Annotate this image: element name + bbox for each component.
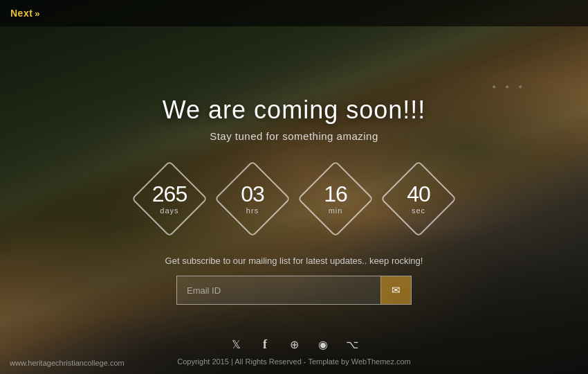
email-form: ✉: [176, 276, 412, 305]
countdown-days: 265 days: [135, 164, 204, 233]
days-label: days: [152, 206, 187, 215]
next-arrow-icon: »: [35, 8, 40, 19]
submit-icon: ✉: [392, 284, 401, 296]
next-button[interactable]: Next »: [10, 8, 40, 19]
headline: We are coming soon!!!: [163, 96, 426, 125]
hrs-label: hrs: [241, 206, 264, 215]
social-flickr[interactable]: ◉: [314, 335, 332, 353]
email-input[interactable]: [177, 278, 380, 303]
min-value: 16: [324, 183, 347, 205]
subscribe-text: Get subscribe to our mailing list for la…: [165, 256, 423, 266]
main-content: We are coming soon!!! Stay tuned for som…: [0, 26, 588, 374]
social-twitter[interactable]: 𝕏: [227, 335, 245, 353]
diamond-content-hrs: 03 hrs: [241, 183, 264, 215]
countdown-hrs: 03 hrs: [218, 164, 287, 233]
top-bar: Next »: [0, 0, 588, 26]
subheadline: Stay tuned for something amazing: [210, 130, 378, 142]
hrs-value: 03: [241, 183, 264, 205]
website-url: www.heritagechristiancollege.com: [10, 359, 125, 367]
sec-value: 40: [407, 183, 430, 205]
diamond-content-min: 16 min: [324, 183, 347, 215]
sec-label: sec: [407, 206, 430, 215]
social-github[interactable]: ⌥: [343, 335, 361, 353]
countdown-min: 16 min: [301, 164, 370, 233]
next-label: Next: [10, 8, 33, 19]
social-dribbble[interactable]: ⊕: [285, 335, 303, 353]
diamond-content-sec: 40 sec: [407, 183, 430, 215]
bottom-section: 𝕏 f ⊕ ◉ ⌥ Copyright 2015 | All Rights Re…: [0, 335, 588, 374]
countdown-row: 265 days 03 hrs 16 min 40 sec: [135, 164, 453, 233]
social-facebook[interactable]: f: [256, 335, 274, 353]
social-row: 𝕏 f ⊕ ◉ ⌥: [0, 335, 588, 353]
diamond-content-days: 265 days: [152, 183, 187, 215]
email-submit-button[interactable]: ✉: [380, 276, 411, 304]
min-label: min: [324, 206, 347, 215]
countdown-sec: 40 sec: [384, 164, 453, 233]
days-value: 265: [152, 183, 187, 205]
